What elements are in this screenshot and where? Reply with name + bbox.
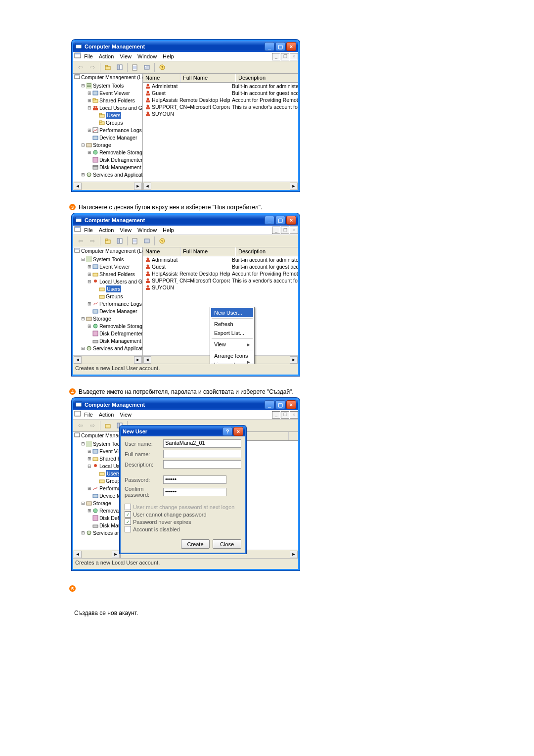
- mdi-restore-button[interactable]: ❐: [281, 411, 289, 419]
- console-tree[interactable]: Computer Management (Local) ⊟System Tool…: [73, 247, 143, 364]
- table-row[interactable]: SUPPORT_38...CN=Microsoft Corporation...…: [143, 277, 298, 284]
- maximize-button[interactable]: ▢: [275, 42, 285, 51]
- tree-scrollbar[interactable]: ◄►: [73, 355, 142, 364]
- close-button[interactable]: ×: [286, 400, 296, 409]
- tree-local-users[interactable]: Local Users a: [99, 463, 120, 470]
- mdi-minimize-button[interactable]: _: [272, 227, 280, 234]
- chk-never-expires[interactable]: ✓Password never expires: [125, 519, 241, 525]
- table-row[interactable]: GuestBuilt-in account for guest access t…: [143, 90, 298, 96]
- table-row[interactable]: AdministratorBuilt-in account for admini…: [143, 83, 298, 90]
- list-scrollbar[interactable]: ◄►: [143, 182, 298, 190]
- tree-removable[interactable]: Removable Storage: [99, 149, 142, 156]
- menu-window[interactable]: Window: [137, 53, 157, 59]
- menu-view[interactable]: View: [120, 227, 132, 233]
- tree-storage[interactable]: Storage: [93, 315, 111, 322]
- console-tree[interactable]: Computer Management (Local) ⊟System Tool…: [73, 74, 143, 190]
- confirm-password-field[interactable]: ••••••: [163, 488, 226, 496]
- refresh-button[interactable]: [141, 236, 152, 246]
- description-field[interactable]: [163, 460, 241, 469]
- menu-file[interactable]: File: [84, 53, 93, 59]
- tree-services[interactable]: Services and Applications: [93, 171, 142, 178]
- tree-defrag[interactable]: Disk Defragm: [99, 515, 120, 521]
- minimize-button[interactable]: _: [265, 216, 274, 225]
- tree-users[interactable]: Users: [106, 285, 121, 292]
- tree-storage[interactable]: Storage: [93, 142, 111, 148]
- menu-action[interactable]: Action: [99, 53, 114, 59]
- tree-diskmgmt[interactable]: Disk Management: [99, 337, 141, 344]
- table-row[interactable]: GuestBuilt-in account for guest access t…: [143, 263, 298, 270]
- show-hide-button[interactable]: [114, 236, 125, 246]
- tree-defrag[interactable]: Disk Defragmenter: [99, 156, 142, 163]
- menu-help[interactable]: Help: [163, 53, 174, 59]
- ctx-export[interactable]: Export List...: [211, 329, 253, 337]
- tree-devmgr[interactable]: Device Mana: [99, 492, 120, 499]
- menu-window[interactable]: Window: [137, 227, 157, 233]
- close-button[interactable]: Close: [213, 539, 241, 549]
- tree-system-tools[interactable]: System Tools: [93, 440, 120, 447]
- mdi-restore-button[interactable]: ❐: [281, 53, 289, 60]
- mdi-restore-button[interactable]: ❐: [281, 227, 289, 234]
- col-name[interactable]: Name: [143, 247, 180, 256]
- tree-root[interactable]: Computer Manageme: [81, 432, 120, 439]
- fullname-field[interactable]: [163, 450, 241, 458]
- dialog-close-button[interactable]: ×: [233, 427, 243, 436]
- menu-action[interactable]: Action: [99, 227, 114, 233]
- menu-file[interactable]: File: [84, 412, 93, 418]
- tree-event-viewer[interactable]: Event Viewer: [99, 263, 130, 270]
- nav-back-button[interactable]: ⇦: [75, 62, 86, 73]
- nav-back-button[interactable]: ⇦: [75, 236, 86, 246]
- tree-root[interactable]: Computer Management (Local): [81, 247, 142, 254]
- close-button[interactable]: ×: [286, 216, 296, 225]
- tree-event-viewer[interactable]: Event Viewer: [99, 90, 130, 96]
- column-headers[interactable]: Name Full Name Description: [143, 247, 298, 256]
- help-button[interactable]: ?: [157, 236, 168, 246]
- tree-scrollbar[interactable]: ◄►: [73, 550, 120, 558]
- tree-services[interactable]: Services and Applications: [93, 345, 142, 352]
- tree-local-users[interactable]: Local Users and Groups: [99, 104, 142, 111]
- tree-users[interactable]: Users: [106, 112, 121, 119]
- col-desc[interactable]: Description: [236, 247, 298, 256]
- tree-local-users[interactable]: Local Users and Groups: [99, 278, 142, 285]
- export-button[interactable]: [130, 62, 140, 73]
- mdi-minimize-button[interactable]: _: [272, 411, 280, 419]
- ctx-arrange[interactable]: Arrange Icons▸: [211, 351, 253, 360]
- menu-help[interactable]: Help: [163, 227, 174, 233]
- ctx-new-user[interactable]: New User...: [211, 308, 253, 317]
- user-list[interactable]: AdministratorBuilt-in account for admini…: [143, 83, 298, 182]
- tree-shared-folders[interactable]: Shared Folders: [99, 97, 135, 104]
- maximize-button[interactable]: ▢: [275, 216, 285, 225]
- col-fullname[interactable]: Full Name: [180, 247, 236, 256]
- tree-devmgr[interactable]: Device Manager: [99, 308, 137, 315]
- up-button[interactable]: [102, 420, 113, 431]
- table-row[interactable]: HelpAssistantRemote Desktop Help Assi...…: [143, 96, 298, 103]
- chk-cannot-change[interactable]: ✓User cannot change password: [125, 511, 241, 518]
- password-field[interactable]: ••••••: [163, 475, 226, 484]
- tree-storage[interactable]: Storage: [93, 500, 111, 507]
- tree-diskmgmt[interactable]: Disk Managem: [99, 522, 120, 529]
- show-hide-button[interactable]: [114, 62, 125, 73]
- menu-file[interactable]: File: [84, 227, 93, 233]
- up-button[interactable]: [102, 62, 113, 73]
- console-tree[interactable]: Computer Manageme ⊟System Tools ⊞Event V…: [73, 432, 121, 558]
- tree-devmgr[interactable]: Device Manager: [99, 134, 137, 141]
- table-row[interactable]: AdministratorBuilt-in account for admini…: [143, 256, 298, 263]
- table-row[interactable]: SUYOUN: [143, 284, 298, 291]
- tree-diskmgmt[interactable]: Disk Management: [99, 164, 141, 171]
- maximize-button[interactable]: ▢: [275, 400, 285, 409]
- tree-services[interactable]: Services and App: [93, 529, 120, 536]
- nav-back-button[interactable]: ⇦: [75, 420, 86, 431]
- tree-groups[interactable]: Groups: [106, 293, 123, 300]
- nav-forward-button[interactable]: ⇨: [87, 420, 98, 431]
- table-row[interactable]: SUYOUN: [143, 110, 298, 117]
- tree-perf[interactable]: Performance Logs and Alerts: [99, 300, 142, 307]
- tree-root[interactable]: Computer Management (Local): [81, 74, 142, 81]
- mdi-close-button[interactable]: ×: [290, 411, 298, 419]
- up-button[interactable]: [102, 236, 113, 246]
- tree-removable[interactable]: Removable Storage: [99, 323, 142, 330]
- create-button[interactable]: Create: [181, 539, 210, 549]
- mdi-minimize-button[interactable]: _: [272, 53, 280, 60]
- nav-forward-button[interactable]: ⇨: [87, 236, 98, 246]
- tree-groups[interactable]: Groups: [106, 477, 120, 484]
- username-field[interactable]: SantaMaria2_01: [163, 439, 241, 448]
- tree-removable[interactable]: Removable S: [99, 507, 120, 514]
